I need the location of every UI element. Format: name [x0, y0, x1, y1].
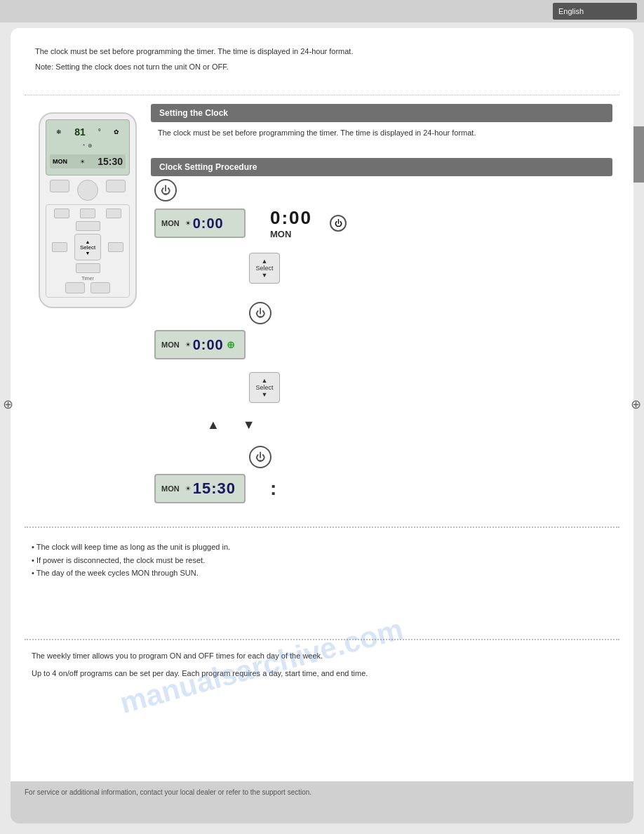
select-up-arrow: ▲ [86, 239, 90, 244]
remote-top-buttons [46, 180, 130, 201]
remote-body: ❄ 81 ° ✿ * ⊕ MON ☀ 15:30 [39, 112, 137, 308]
remote-temp: 81 [74, 126, 86, 138]
bottom-bar: For service or additional information, c… [11, 781, 633, 823]
step1-container: ⏻ [154, 179, 609, 206]
remote-btn-2[interactable] [106, 180, 126, 192]
section2-header: Clock Setting Procedure [151, 158, 612, 176]
step1-clock-symbol: ⏻ [330, 215, 347, 232]
crosshair-right: ⊕ [631, 397, 641, 412]
lcd3-sun: ☀ [185, 485, 191, 492]
select-button-2[interactable]: ▲ Select ▼ [249, 372, 280, 403]
lcd-display-2: MON ☀ 0:00 ⊕ [154, 330, 246, 359]
lcd2-sun: ☀ [185, 341, 191, 348]
language-badge: English [553, 3, 637, 20]
sel-up-1: ▲ [262, 258, 268, 265]
step2-display-row: MON ☀ 0:00 ⊕ [154, 330, 609, 359]
step1-day-text: MON [270, 229, 312, 239]
remote-select-row: ▲ Select ▼ [48, 234, 127, 260]
remote-xs-2[interactable] [80, 208, 95, 218]
remote-single-btn-row2 [48, 263, 127, 273]
lcd2-set-icon: ⊕ [227, 339, 235, 350]
remote-xs-1[interactable] [54, 208, 69, 218]
remote-timer-label: Timer [48, 276, 127, 281]
colon-symbol: : [270, 477, 276, 499]
sel-label-1: Select [255, 265, 273, 272]
step1-display-row: MON ☀ 0:00 0:00 MON ⏻ [154, 207, 609, 239]
note-section: • The clock will keep time as long as th… [32, 541, 612, 580]
select-button-1[interactable]: ▲ Select ▼ [249, 253, 280, 284]
remote-select-btn[interactable]: ▲ Select ▼ [74, 234, 101, 260]
remote-left-xs[interactable] [52, 242, 67, 252]
up-down-arrows: ▲ ▼ [207, 418, 265, 432]
remote-timer-btn-1[interactable] [65, 282, 85, 293]
remote-screen-top: ❄ 81 ° ✿ [50, 126, 126, 138]
crosshair-left: ⊕ [3, 397, 13, 412]
lcd1-time: 0:00 [193, 216, 224, 232]
bottom-text-1: The weekly timer allows you to program O… [32, 649, 612, 663]
note-text-2: • If power is disconnected, the clock mu… [32, 554, 612, 567]
power-symbol-3: ⏻ [255, 451, 265, 463]
remote-btn-round[interactable] [77, 180, 98, 201]
remote-degree: ° [98, 128, 101, 135]
remote-timer-btn-2[interactable] [90, 282, 110, 293]
sel-label-2: Select [255, 384, 273, 391]
sub-text: Note: Setting the clock does not turn th… [35, 61, 609, 74]
clock-icon-1: ⏻ [330, 215, 347, 232]
remote-row-3btns [48, 208, 127, 218]
step2-power-icon: ⏻ [249, 302, 271, 324]
sel-dn-2: ▼ [262, 391, 268, 398]
sel-dn-1: ▼ [262, 272, 268, 279]
power-symbol-2: ⏻ [255, 307, 265, 319]
step1-time-large: 0:00 [270, 207, 312, 229]
remote-time-display: 15:30 [98, 156, 123, 167]
step3-power-icon: ⏻ [249, 446, 271, 468]
select-btn-1-container: ▲ Select ▼ [249, 253, 280, 284]
remote-screen: ❄ 81 ° ✿ * ⊕ MON ☀ 15:30 [46, 119, 130, 176]
remote-single-btn[interactable] [76, 221, 100, 231]
remote-middle: ▲ Select ▼ Timer [46, 204, 130, 298]
remote-xs-3[interactable] [106, 208, 121, 218]
remote-single-btn-row [48, 221, 127, 231]
remote-screen-bottom: MON ☀ 15:30 [50, 154, 126, 168]
select-label: Select [80, 244, 95, 251]
language-label: English [553, 7, 584, 15]
section1-body: The clock must be set before programming… [158, 126, 609, 140]
remote-btn-1[interactable] [50, 180, 69, 192]
select-down-arrow: ▼ [86, 251, 90, 256]
lcd2-day: MON [161, 340, 180, 349]
bottom-text-area: The weekly timer allows you to program O… [32, 649, 612, 680]
timer-text: Timer [81, 276, 94, 281]
remote-screen-row2: * ⊕ [50, 143, 126, 149]
lcd-display-3: MON ☀ 15:30 [154, 474, 246, 503]
intro-block: The clock must be set before programming… [25, 39, 619, 91]
remote-fan2: ⊕ [88, 143, 93, 149]
note-text-1: • The clock will keep time as long as th… [32, 541, 612, 554]
lcd3-time: 15:30 [193, 479, 236, 498]
bottom-bar-text: For service or additional information, c… [11, 781, 633, 803]
separator-top [25, 95, 619, 95]
lcd3-day: MON [161, 484, 180, 493]
lcd-display-1: MON ☀ 0:00 [154, 208, 246, 238]
step3-colon-display: : [270, 477, 276, 500]
lcd1-day: MON [161, 219, 180, 227]
remote-right-xs[interactable] [108, 242, 123, 252]
remote-timer-btns [48, 282, 127, 293]
step3-display-row: MON ☀ 15:30 : [154, 474, 609, 503]
separator-mid [25, 527, 619, 528]
lcd2-time: 0:00 [193, 337, 224, 353]
section1-body-text: The clock must be set before programming… [158, 126, 609, 140]
separator-bottom [25, 639, 619, 640]
arrows-row: ▲ ▼ [207, 418, 265, 432]
remote-fan-icon: ✿ [114, 128, 119, 135]
lcd1-sun: ☀ [185, 220, 191, 227]
remote-mode-icon: ❄ [56, 128, 62, 135]
remote-single-btn2[interactable] [76, 263, 100, 273]
remote-snowflake: * [83, 143, 85, 149]
remote-day: MON [53, 158, 67, 165]
intro-text: The clock must be set before programming… [35, 46, 609, 58]
step1-power-icon: ⏻ [154, 179, 177, 201]
step2-power-icon-container: ⏻ [249, 302, 271, 329]
sel-up-2: ▲ [262, 377, 268, 384]
step1-right-info: 0:00 MON [270, 207, 312, 239]
bottom-text-2: Up to 4 on/off programs can be set per d… [32, 667, 612, 680]
